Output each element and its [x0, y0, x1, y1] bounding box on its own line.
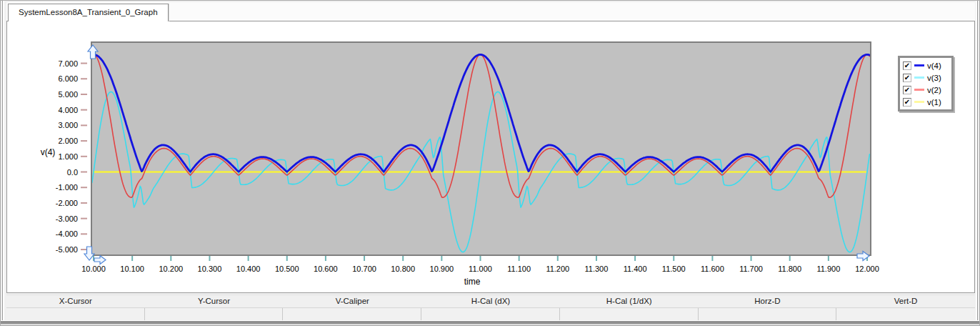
legend-color-swatch	[914, 89, 924, 91]
legend-row-v2: ✔v(2)	[901, 84, 950, 96]
x-tick-label: 11.900	[816, 265, 840, 273]
x-tick-label: 11.300	[585, 265, 609, 273]
toolbar-label-vert-d: Vert-D	[836, 295, 975, 307]
x-tick-label: 10.300	[198, 265, 222, 273]
legend-checkbox-v4[interactable]: ✔	[903, 61, 911, 70]
y-tick-label: -3.000	[56, 214, 78, 223]
y-tick-label: -2.000	[56, 199, 78, 207]
y-tick-label: -5.000	[56, 245, 78, 254]
x-tick-label: 10.800	[391, 265, 415, 273]
toolbar-value-cell-vert-d[interactable]	[836, 308, 975, 320]
legend-checkbox-v1[interactable]: ✔	[903, 98, 911, 107]
legend-row-v1: ✔v(1)	[901, 96, 950, 108]
x-tick-label: 11.600	[701, 265, 724, 273]
legend-color-swatch	[914, 101, 924, 103]
x-axis-left-handle-right-arrow-icon[interactable]	[94, 256, 106, 265]
plot-area[interactable]	[91, 42, 871, 255]
toolbar-value-cell-y-cursor[interactable]	[145, 308, 284, 320]
x-tick-label: 10.100	[120, 265, 144, 273]
y-axis-title: v(4)	[41, 147, 56, 157]
x-tick-label: 11.000	[469, 265, 492, 273]
legend-label: v(4)	[927, 61, 941, 70]
toolbar-value-cell-x-cursor[interactable]	[6, 308, 145, 320]
legend-color-swatch	[914, 64, 924, 66]
toolbar-label-h-cal-1-dx-: H-Cal (1/dX)	[560, 295, 699, 307]
toolbar-label-x-cursor: X-Cursor	[6, 295, 145, 307]
toolbar-value-cell-h-cal-1-dx-[interactable]	[560, 308, 699, 320]
legend-checkbox-v3[interactable]: ✔	[903, 74, 911, 82]
legend-label: v(2)	[927, 86, 941, 94]
y-tick-label: 7.000	[58, 59, 78, 68]
legend-label: v(1)	[927, 98, 941, 107]
x-tick-label: 10.900	[430, 265, 454, 273]
y-tick-label: -4.000	[56, 229, 78, 238]
x-tick-label: 10.200	[159, 265, 183, 273]
tab-transient-graph[interactable]: SystemLesson8A_Transient_0_Graph	[8, 4, 169, 21]
x-tick-label: 11.400	[624, 265, 647, 273]
x-tick-label: 11.500	[662, 265, 686, 273]
cursor-toolbar-cells	[6, 307, 975, 320]
legend-color-swatch	[914, 76, 924, 79]
x-tick-label: 10.000	[81, 265, 106, 273]
legend-label: v(3)	[927, 74, 941, 82]
y-tick-label: 1.000	[58, 152, 78, 161]
graph-window: SystemLesson8A_Transient_0_Graph 10.0001…	[0, 0, 980, 326]
y-tick-label: 2.000	[58, 137, 78, 145]
x-axis-title: time	[464, 277, 481, 287]
toolbar-label-v-caliper: V-Caliper	[283, 295, 421, 307]
toolbar-label-horz-d: Horz-D	[699, 295, 837, 307]
toolbar-value-cell-h-cal-dx-[interactable]	[421, 308, 560, 320]
cursor-toolbar-labels: X-CursorY-CursorV-CaliperH-Cal (dX)H-Cal…	[6, 295, 975, 307]
x-tick-label: 10.700	[352, 265, 376, 273]
x-tick-label: 10.600	[314, 265, 338, 273]
y-tick-label: 6.000	[58, 74, 78, 83]
x-tick-label: 11.200	[546, 265, 569, 273]
y-tick-label: -1.000	[56, 183, 78, 192]
x-tick-label: 12.000	[855, 265, 879, 273]
x-tick-label: 10.500	[275, 265, 299, 273]
legend-box: ✔v(4)✔v(3)✔v(2)✔v(1)	[898, 56, 954, 112]
y-tick-label: 0.0	[67, 168, 78, 177]
x-tick-label: 10.400	[236, 265, 261, 273]
y-tick-label: 5.000	[58, 90, 78, 99]
legend-row-v4: ✔v(4)	[901, 59, 950, 71]
legend-row-v3: ✔v(3)	[901, 71, 950, 84]
y-tick-label: 4.000	[58, 106, 78, 114]
x-tick-label: 11.700	[739, 265, 763, 273]
toolbar-value-cell-v-caliper[interactable]	[283, 308, 421, 320]
toolbar-value-cell-horz-d[interactable]	[699, 308, 837, 320]
y-tick-label: 3.000	[58, 121, 78, 129]
toolbar-label-y-cursor: Y-Cursor	[145, 295, 284, 307]
tab-title: SystemLesson8A_Transient_0_Graph	[19, 8, 158, 16]
legend-checkbox-v2[interactable]: ✔	[903, 86, 911, 94]
toolbar-label-h-cal-dx-: H-Cal (dX)	[421, 295, 560, 307]
plot-canvas: 10.00010.10010.20010.30010.40010.50010.6…	[1, 1, 980, 326]
x-tick-label: 11.100	[507, 265, 531, 273]
x-tick-label: 11.800	[778, 265, 801, 273]
